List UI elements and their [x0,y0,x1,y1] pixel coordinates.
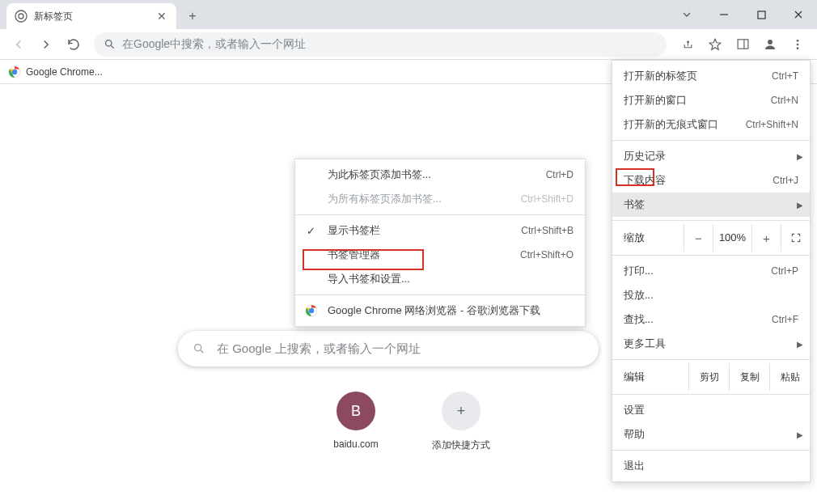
titlebar: 新标签页 ✕ + [0,0,817,29]
menu-edit: 编辑 剪切 复制 粘贴 [612,363,810,391]
share-icon[interactable] [675,32,701,57]
svg-rect-3 [758,11,765,19]
reload-button[interactable] [61,32,86,57]
svg-point-10 [797,43,799,45]
menu-bookmarks[interactable]: 书签▶ [612,193,810,217]
svg-line-15 [201,350,203,353]
menu-separator [295,214,585,215]
submenu-bookmark-chrome[interactable]: Google Chrome 网络浏览器 - 谷歌浏览器下载 [295,299,585,323]
close-tab-icon[interactable]: ✕ [155,10,168,23]
search-placeholder: 在 Google 上搜索，或者输入一个网址 [217,341,421,357]
chevron-right-icon: ▶ [797,430,803,439]
svg-point-8 [768,40,773,44]
menu-new-tab[interactable]: 打开新的标签页Ctrl+T [612,64,810,88]
menu-separator [612,220,810,221]
side-panel-icon[interactable] [730,32,756,57]
zoom-value: 100% [713,224,751,252]
menu-separator [295,294,585,295]
search-icon [193,342,205,355]
back-button[interactable] [6,32,31,57]
menu-separator [612,255,810,256]
window-controls [668,0,817,29]
menu-downloads[interactable]: 下载内容Ctrl+J [612,168,810,193]
shortcut-baidu[interactable]: B baidu.com [315,392,396,452]
close-window-button[interactable] [780,2,817,27]
tab-title: 新标签页 [34,10,149,23]
submenu-add-bookmark[interactable]: 为此标签页添加书签...Ctrl+D [295,163,585,187]
menu-find[interactable]: 查找...Ctrl+F [612,307,810,332]
svg-point-11 [797,47,799,49]
menu-help[interactable]: 帮助▶ [612,422,810,447]
bookmark-item[interactable]: Google Chrome... [8,66,103,78]
submenu-add-all: 为所有标签页添加书签...Ctrl+Shift+D [295,187,585,211]
menu-separator [612,359,810,360]
chrome-icon [305,304,318,317]
submenu-import[interactable]: 导入书签和设置... [295,267,585,291]
svg-point-14 [195,345,201,351]
menu-icon[interactable] [785,32,811,57]
minimize-button[interactable] [705,2,743,27]
chrome-icon [8,66,21,78]
toolbar: 在Google中搜索，或者输入一个网址 [0,29,817,60]
bookmark-label: Google Chrome... [26,66,103,78]
maximize-button[interactable] [743,2,780,27]
svg-point-4 [106,40,112,47]
paste-button[interactable]: 粘贴 [769,363,810,391]
add-shortcut-button[interactable]: + 添加快捷方式 [421,392,502,452]
new-tab-button[interactable]: + [181,5,204,28]
search-icon [104,38,116,50]
chrome-favicon-icon [15,10,28,23]
svg-point-1 [19,14,23,19]
menu-new-window[interactable]: 打开新的窗口Ctrl+N [612,88,810,112]
shortcut-label: 添加快捷方式 [432,438,490,452]
main-menu: 打开新的标签页Ctrl+T 打开新的窗口Ctrl+N 打开新的无痕式窗口Ctrl… [612,60,811,482]
profile-icon[interactable] [757,32,783,57]
plus-icon: + [442,392,480,430]
menu-separator [612,140,810,141]
ntp-search-box[interactable]: 在 Google 上搜索，或者输入一个网址 [178,331,599,366]
svg-point-0 [15,11,27,22]
shortcuts-row: B baidu.com + 添加快捷方式 [315,392,502,452]
bookmarks-submenu: 为此标签页添加书签...Ctrl+D 为所有标签页添加书签...Ctrl+Shi… [294,159,586,327]
chevron-right-icon: ▶ [797,152,803,161]
menu-new-incognito[interactable]: 打开新的无痕式窗口Ctrl+Shift+N [612,112,810,137]
menu-cast[interactable]: 投放... [612,283,810,307]
svg-rect-6 [738,40,748,49]
menu-separator [612,450,810,451]
omnibox-placeholder: 在Google中搜索，或者输入一个网址 [122,37,306,52]
menu-more-tools[interactable]: 更多工具▶ [612,332,810,356]
menu-zoom: 缩放 − 100% + [612,224,810,252]
chevron-down-icon[interactable] [668,2,705,27]
svg-line-5 [111,45,113,48]
forward-button[interactable] [34,32,58,57]
fullscreen-icon[interactable] [781,224,810,252]
chevron-right-icon: ▶ [797,340,803,349]
omnibox[interactable]: 在Google中搜索，或者输入一个网址 [94,32,667,57]
submenu-manager[interactable]: 书签管理器Ctrl+Shift+O [295,243,585,267]
menu-settings[interactable]: 设置 [612,398,810,422]
chevron-right-icon: ▶ [797,201,803,210]
zoom-out-button[interactable]: − [684,224,713,252]
zoom-in-button[interactable]: + [751,224,781,252]
check-icon: ✓ [307,225,315,237]
svg-point-9 [797,40,799,42]
submenu-show-bar[interactable]: ✓显示书签栏Ctrl+Shift+B [295,218,585,243]
menu-separator [612,394,810,395]
shortcut-label: baidu.com [333,438,378,450]
menu-exit[interactable]: 退出 [612,454,810,478]
menu-print[interactable]: 打印...Ctrl+P [612,259,810,283]
bookmark-star-icon[interactable] [702,32,728,57]
active-tab[interactable]: 新标签页 ✕ [6,3,176,29]
menu-history[interactable]: 历史记录▶ [612,144,810,168]
cut-button[interactable]: 剪切 [688,363,729,391]
copy-button[interactable]: 复制 [729,363,769,391]
shortcut-tile: B [337,392,375,430]
